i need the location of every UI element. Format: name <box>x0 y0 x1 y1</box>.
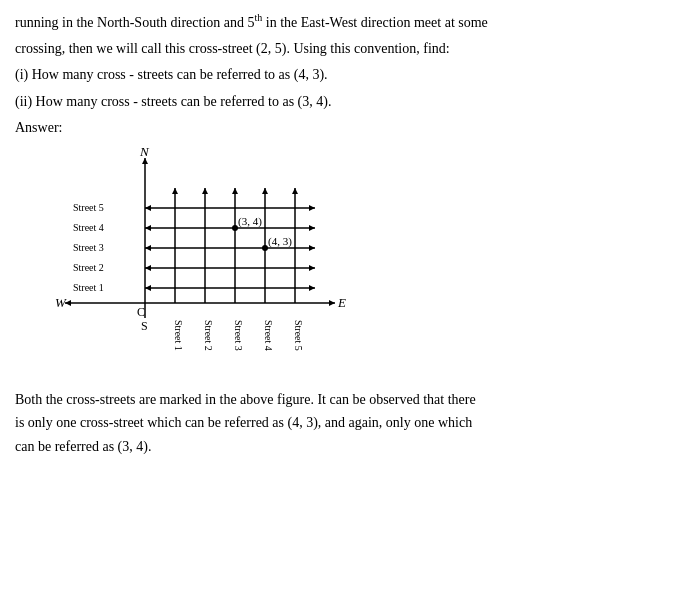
text-line4: (ii) How many cross - streets can be ref… <box>15 91 662 113</box>
svg-text:Street 5: Street 5 <box>293 320 304 351</box>
svg-text:Street 3: Street 3 <box>73 242 104 253</box>
svg-marker-29 <box>65 300 71 306</box>
bottom-line2: is only one cross-street which can be re… <box>15 411 662 435</box>
grid-diagram: N E W S C Street 5 Street 4 Street 3 Str… <box>45 148 385 378</box>
svg-text:Street 2: Street 2 <box>73 262 104 273</box>
bottom-line1: Both the cross-streets are marked in the… <box>15 388 662 412</box>
svg-text:Street 1: Street 1 <box>173 320 184 351</box>
answer-label: Answer: <box>15 117 662 139</box>
svg-marker-28 <box>329 300 335 306</box>
text-line1: running in the North-South direction and… <box>15 10 662 34</box>
svg-text:N: N <box>139 148 150 159</box>
text-line3: (i) How many cross - streets can be refe… <box>15 64 662 86</box>
svg-marker-16 <box>172 188 178 194</box>
svg-text:E: E <box>337 295 346 310</box>
svg-marker-1 <box>309 205 315 211</box>
svg-marker-7 <box>309 245 315 251</box>
svg-text:Street 2: Street 2 <box>203 320 214 351</box>
svg-marker-11 <box>145 265 151 271</box>
figure-container: N E W S C Street 5 Street 4 Street 3 Str… <box>45 148 385 378</box>
svg-marker-13 <box>309 285 315 291</box>
svg-text:Street 5: Street 5 <box>73 202 104 213</box>
svg-text:(4, 3): (4, 3) <box>268 235 292 248</box>
svg-text:Street 3: Street 3 <box>233 320 244 351</box>
svg-text:C: C <box>137 305 145 319</box>
svg-marker-22 <box>262 188 268 194</box>
svg-text:Street 4: Street 4 <box>73 222 104 233</box>
svg-text:Street 4: Street 4 <box>263 320 274 351</box>
svg-marker-24 <box>292 188 298 194</box>
svg-marker-18 <box>202 188 208 194</box>
svg-marker-14 <box>145 285 151 291</box>
svg-marker-2 <box>145 205 151 211</box>
svg-marker-20 <box>232 188 238 194</box>
svg-marker-4 <box>309 225 315 231</box>
bottom-text: Both the cross-streets are marked in the… <box>15 388 662 459</box>
svg-text:W: W <box>55 295 67 310</box>
text-line2: crossing, then we will call this cross-s… <box>15 38 662 60</box>
svg-text:Street 1: Street 1 <box>73 282 104 293</box>
svg-marker-8 <box>145 245 151 251</box>
bottom-line3: can be referred as (3, 4). <box>15 435 662 459</box>
svg-text:S: S <box>141 319 148 333</box>
svg-marker-5 <box>145 225 151 231</box>
svg-text:(3, 4): (3, 4) <box>238 215 262 228</box>
svg-marker-10 <box>309 265 315 271</box>
